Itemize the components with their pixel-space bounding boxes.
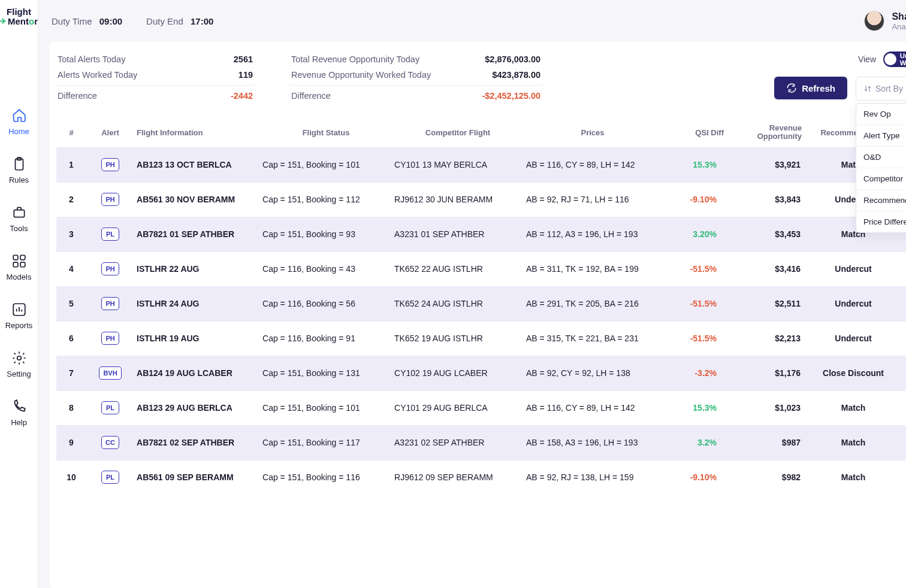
cell-rec: Undercut (805, 264, 901, 274)
sort-option-competitor[interactable]: Competitor (856, 168, 906, 190)
cell-rev: $1,176 (727, 368, 805, 378)
table-row[interactable]: 1PHAB123 13 OCT BERLCACap = 151, Booking… (56, 147, 906, 182)
sidebar-item-tools[interactable]: Tools (5, 205, 33, 233)
cell-prices: AB = 116, CY = 89, LH = 142 (524, 403, 662, 413)
sort-button[interactable]: Sort By ⌄ (856, 77, 906, 101)
cell-competitor: CY101 29 AUG BERLCA (392, 403, 524, 413)
user-block[interactable]: Shane Batt Analyst (864, 11, 906, 31)
cell-actions: ••• (901, 331, 906, 346)
sort-option-ond[interactable]: O&D (856, 147, 906, 168)
cell-competitor: CY102 19 AUG LCABER (392, 368, 524, 378)
cell-competitor: RJ9612 30 JUN BERAMM (392, 195, 524, 204)
chart-icon (11, 302, 27, 317)
cell-rec: Close Discount (805, 368, 901, 378)
cell-alert: CC (86, 436, 134, 449)
cell-actions: ••• (901, 365, 906, 381)
cell-flight-info: ISTLHR 19 AUG (134, 334, 260, 343)
table-row[interactable]: 5PHISTLHR 24 AUGCap = 116, Booking = 56T… (56, 286, 906, 321)
sidebar-item-setting[interactable]: Setting (5, 350, 33, 378)
kpi-revenue: Total Revenue Opportunity Today$2,876,00… (290, 51, 542, 104)
models-icon (11, 253, 27, 269)
cell-num: 10 (56, 472, 86, 482)
cell-qsi: -9.10% (662, 472, 727, 482)
cell-alert: PH (86, 332, 134, 345)
svg-rect-5 (13, 262, 18, 267)
table-row[interactable]: 3PLAB7821 01 SEP ATHBERCap = 151, Bookin… (56, 217, 906, 251)
cell-status: Cap = 116, Booking = 56 (260, 299, 392, 308)
cell-status: Cap = 116, Booking = 91 (260, 334, 392, 343)
plane-icon: ✈ (0, 17, 7, 26)
briefcase-icon (11, 205, 27, 220)
cell-status: Cap = 151, Booking = 117 (260, 438, 392, 447)
sidebar-item-label: Home (8, 127, 29, 136)
kpi-label: Difference (58, 91, 97, 101)
kpi-label: Total Revenue Opportunity Today (291, 54, 419, 64)
view-label: View (858, 54, 876, 64)
sidebar-item-home[interactable]: Home (5, 108, 33, 136)
svg-rect-4 (20, 255, 25, 260)
cell-prices: AB = 92, RJ = 71, LH = 116 (524, 195, 662, 204)
refresh-icon (786, 83, 797, 93)
cell-prices: AB = 112, A3 = 196, LH = 193 (524, 229, 662, 239)
table-row[interactable]: 4PHISTLHR 22 AUGCap = 116, Booking = 43T… (56, 251, 906, 286)
cell-prices: AB = 92, RJ = 138, LH = 159 (524, 472, 662, 482)
sidebar-item-models[interactable]: Models (5, 253, 33, 281)
col-rev: Revenue Opportunity (727, 124, 805, 141)
svg-rect-3 (13, 255, 18, 260)
logo-mentor: Ment (8, 16, 29, 26)
cell-rev: $2,213 (727, 334, 805, 343)
cell-flight-info: AB124 19 AUG LCABER (134, 368, 260, 378)
cell-rec: Undercut (805, 299, 901, 308)
cell-prices: AB = 158, A3 = 196, LH = 193 (524, 438, 662, 447)
table-row[interactable]: 2PHAB561 30 NOV BERAMMCap = 151, Booking… (56, 182, 906, 217)
sort-option-price-diff[interactable]: Price Difference (856, 211, 906, 232)
cell-competitor: TK652 19 AUG ISTLHR (392, 334, 524, 343)
cell-num: 6 (56, 334, 86, 343)
kpi-label: Total Alerts Today (58, 54, 125, 64)
table-row[interactable]: 8PLAB123 29 AUG BERLCACap = 151, Booking… (56, 390, 906, 425)
cell-alert: PL (86, 471, 134, 484)
kpi-alerts: Total Alerts Today2561 Alerts Worked Tod… (56, 51, 254, 104)
cell-competitor: A3231 01 SEP ATHBER (392, 229, 524, 239)
sort-option-rev-op[interactable]: Rev Op (856, 104, 906, 125)
alert-badge: PH (101, 158, 119, 171)
sidebar-item-help[interactable]: Help (5, 399, 33, 427)
cell-num: 7 (56, 368, 86, 378)
cell-alert: BVH (86, 366, 134, 380)
kpi-diff-value: -2442 (231, 91, 253, 101)
table-row[interactable]: 7BVHAB124 19 AUG LCABERCap = 151, Bookin… (56, 356, 906, 390)
kpi-value: 2561 (234, 54, 253, 64)
table-row[interactable]: 10PLAB561 09 SEP BERAMMCap = 151, Bookin… (56, 460, 906, 495)
cell-num: 1 (56, 160, 86, 169)
table-header: # Alert Flight Information Flight Status… (56, 118, 906, 147)
cell-actions: ••• (901, 296, 906, 311)
cell-qsi: 15.3% (662, 160, 727, 169)
alert-badge: PL (101, 471, 119, 484)
cell-qsi: -3.2% (662, 368, 727, 378)
refresh-button[interactable]: Refresh (774, 77, 847, 99)
cell-actions: ••• (901, 261, 906, 277)
cell-qsi: 3.2% (662, 438, 727, 447)
view-toggle[interactable]: Un-Worked (883, 51, 906, 67)
cell-prices: AB = 116, CY = 89, LH = 142 (524, 160, 662, 169)
duty-end-value: 17:00 (191, 16, 213, 26)
cell-alert: PL (86, 401, 134, 414)
col-competitor: Competitor Flight (392, 128, 524, 137)
cell-num: 4 (56, 264, 86, 274)
cell-flight-info: AB123 13 OCT BERLCA (134, 160, 260, 169)
sort-option-alert-type[interactable]: Alert Type (856, 125, 906, 147)
avatar (864, 11, 884, 31)
cell-status: Cap = 151, Booking = 116 (260, 472, 392, 482)
cell-flight-info: AB561 30 NOV BERAMM (134, 195, 260, 204)
table-row[interactable]: 9CCAB7821 02 SEP ATHBERCap = 151, Bookin… (56, 425, 906, 460)
sidebar-item-reports[interactable]: Reports (5, 302, 33, 330)
cell-qsi: 3.20% (662, 229, 727, 239)
kpi-value: $423,878.00 (492, 70, 540, 80)
cell-alert: PH (86, 193, 134, 206)
sidebar-item-rules[interactable]: Rules (5, 156, 33, 184)
toggle-knob (884, 53, 896, 65)
table-row[interactable]: 6PHISTLHR 19 AUGCap = 116, Booking = 91T… (56, 321, 906, 356)
sort-option-recommendation[interactable]: Recommendation (856, 190, 906, 211)
topbar: Duty Time 09:00 Duty End 17:00 Shane Bat… (49, 0, 906, 42)
cell-status: Cap = 151, Booking = 131 (260, 368, 392, 378)
